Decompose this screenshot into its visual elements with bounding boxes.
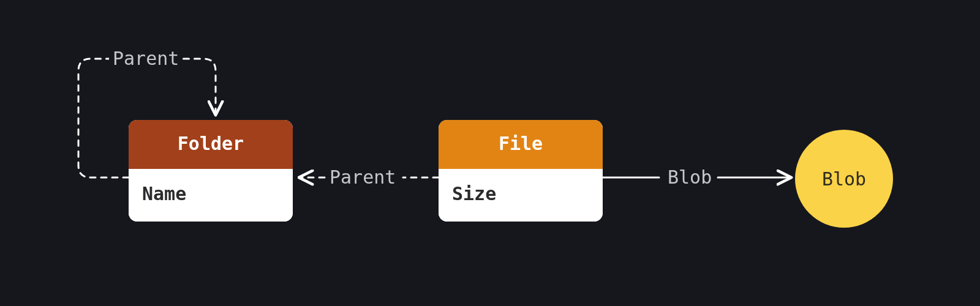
entity-blob: Blob [795,130,893,228]
entity-file-attribute: Size [439,169,603,222]
diagram-canvas: Folder Name File Size Blob Parent Parent… [0,0,980,306]
entity-file: File Size [439,120,603,222]
edge-label-file-parent: Parent [326,166,399,188]
edge-label-file-blob: Blob [664,166,715,188]
entity-folder: Folder Name [129,120,293,222]
entity-file-title: File [439,120,603,169]
edge-label-folder-self-parent: Parent [109,48,183,69]
entity-folder-title: Folder [129,120,293,169]
entity-blob-label: Blob [822,168,866,190]
entity-folder-attribute: Name [129,169,293,222]
